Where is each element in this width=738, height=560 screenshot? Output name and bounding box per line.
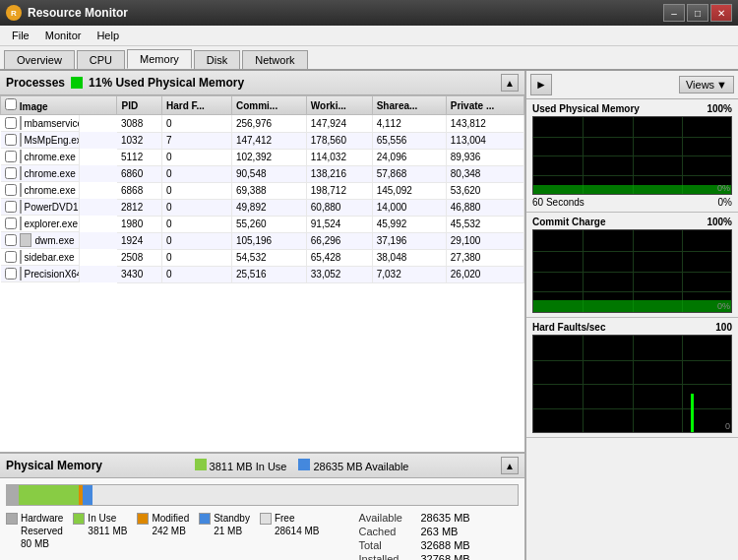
app-icon: R [6, 5, 22, 21]
views-button[interactable]: Views ▼ [679, 76, 734, 93]
col-header-hardf[interactable]: Hard F... [162, 96, 232, 115]
legend-modified: Modified242 MB [137, 512, 189, 550]
left-panel: Processes 11% Used Physical Memory ▲ Ima… [0, 71, 526, 560]
table-cell: 0 [162, 216, 232, 232]
select-all-checkbox[interactable] [5, 98, 17, 110]
table-cell: PowerDVD15Agent.exe [1, 199, 80, 216]
chart1-bottom-pct: 0% [717, 183, 730, 193]
table-cell: 4,112 [372, 115, 446, 133]
grid3-v2 [633, 336, 634, 432]
chart-hard-faults: Hard Faults/sec 100 0 [526, 318, 738, 438]
tab-network[interactable]: Network [242, 50, 307, 69]
row-checkbox[interactable] [5, 151, 17, 162]
table-cell: 45,992 [372, 216, 446, 232]
table-cell: 0 [162, 115, 232, 133]
table-cell: 29,100 [446, 232, 523, 249]
table-cell: PrecisionX64.exe [1, 266, 80, 282]
table-cell: 145,092 [372, 182, 446, 199]
tab-disk[interactable]: Disk [194, 50, 240, 69]
tab-overview[interactable]: Overview [4, 50, 75, 69]
row-checkbox[interactable] [5, 134, 17, 146]
col-header-image[interactable]: Image [1, 96, 117, 115]
table-cell: chrome.exe [1, 165, 80, 182]
legend-standby: Standby21 MB [199, 512, 250, 550]
main-content: Processes 11% Used Physical Memory ▲ Ima… [0, 71, 738, 560]
chart3-title-row: Hard Faults/sec 100 [532, 322, 732, 333]
table-cell: 27,380 [446, 249, 523, 266]
legend-hardware: HardwareReserved80 MB [6, 512, 63, 550]
minimize-button[interactable]: – [663, 4, 685, 22]
table-cell: 90,548 [231, 165, 306, 182]
row-checkbox[interactable] [5, 234, 17, 246]
menu-file[interactable]: File [4, 28, 37, 43]
row-checkbox[interactable] [5, 268, 17, 280]
tab-cpu[interactable]: CPU [77, 50, 125, 69]
col-header-private[interactable]: Private ... [446, 96, 523, 115]
table-cell: 0 [162, 149, 232, 165]
process-icon [20, 166, 22, 180]
chart1-title-row: Used Physical Memory 100% [532, 103, 732, 114]
table-cell: 143,812 [446, 115, 523, 133]
grid-v2 [633, 117, 634, 194]
title-bar-text: Resource Monitor [28, 6, 128, 20]
maximize-button[interactable]: □ [687, 4, 708, 22]
col-header-working[interactable]: Worki... [306, 96, 372, 115]
table-cell: explorer.exe [1, 216, 80, 232]
menu-help[interactable]: Help [89, 28, 127, 43]
legend-standby-label: Standby21 MB [214, 512, 250, 537]
row-checkbox[interactable] [5, 251, 17, 263]
row-checkbox[interactable] [5, 117, 17, 129]
process-icon [20, 267, 22, 280]
window-controls: – □ ✕ [663, 4, 732, 22]
table-cell: 178,560 [306, 132, 372, 149]
table-cell: 80,348 [446, 165, 523, 182]
legend-free-label: Free28614 MB [275, 512, 320, 537]
stat-installed-value: 32768 MB [421, 553, 470, 560]
chart1-fill [533, 185, 731, 194]
chart1-area: 0% [532, 116, 732, 195]
table-cell: 7 [162, 132, 232, 149]
table-cell: 0 [162, 249, 232, 266]
row-checkbox[interactable] [5, 218, 17, 229]
col-header-commit[interactable]: Commi... [231, 96, 306, 115]
processes-collapse-button[interactable]: ▲ [501, 74, 519, 92]
expand-arrow-button[interactable]: ► [530, 74, 552, 95]
row-checkbox[interactable] [5, 184, 17, 196]
chart2-top-pct: 100% [707, 217, 732, 227]
process-icon [20, 116, 22, 130]
col-header-pid[interactable]: PID [117, 96, 162, 115]
chart1-label-row: 60 Seconds 0% [532, 197, 732, 208]
views-dropdown-icon: ▼ [716, 79, 727, 91]
col-header-shareable[interactable]: Sharea... [372, 96, 446, 115]
available-badge-dot [298, 459, 310, 470]
table-cell: 91,524 [306, 216, 372, 232]
table-cell: 54,532 [231, 249, 306, 266]
table-cell: 198,712 [306, 182, 372, 199]
table-cell: 1924 [117, 232, 162, 249]
right-panel: ► Views ▼ Used Physical Memory 100% [526, 71, 738, 560]
tab-memory[interactable]: Memory [127, 49, 192, 69]
table-cell: 69,388 [231, 182, 306, 199]
table-row: PowerDVD15Agent.exe2812049,89260,88014,0… [1, 199, 524, 216]
table-cell: dwm.exe [1, 232, 80, 249]
legend-inuse-color [73, 513, 85, 525]
table-cell: 1032 [117, 132, 162, 149]
row-checkbox[interactable] [5, 167, 17, 179]
processes-table-container[interactable]: Image PID Hard F... Commi... Worki... Sh… [0, 95, 524, 452]
chart2-title-row: Commit Charge 100% [532, 217, 732, 227]
menu-monitor[interactable]: Monitor [37, 28, 90, 43]
phys-memory-badges: 3811 MB In Use 28635 MB Available [195, 459, 409, 472]
table-cell: 102,392 [231, 149, 306, 165]
close-button[interactable]: ✕ [710, 4, 732, 22]
table-cell: 2508 [117, 249, 162, 266]
table-cell: 256,976 [231, 115, 306, 133]
right-panel-header: ► Views ▼ [526, 71, 738, 99]
row-checkbox[interactable] [5, 201, 17, 213]
table-cell: 66,296 [306, 232, 372, 249]
phys-memory-collapse-button[interactable]: ▲ [501, 457, 519, 474]
legend-inuse: In Use3811 MB [73, 512, 127, 550]
title-bar: R Resource Monitor – □ ✕ [0, 0, 738, 26]
table-row: chrome.exe51120102,392114,03224,09689,93… [1, 149, 524, 165]
chart3-bottom-pct: 0 [725, 421, 730, 431]
chart1-label-left: 60 Seconds [532, 197, 584, 208]
